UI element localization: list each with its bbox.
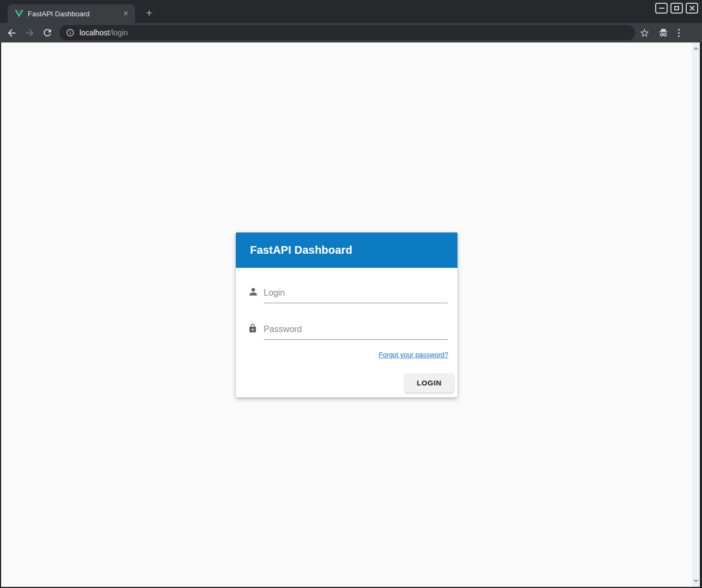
forgot-password-link[interactable]: Forgot your password? [379, 351, 448, 359]
info-icon[interactable] [66, 28, 75, 37]
lock-icon [248, 323, 259, 340]
maximize-button[interactable] [670, 3, 683, 14]
menu-kebab-icon[interactable] [677, 28, 681, 38]
login-card: FastAPI Dashboard Forgot your password? … [236, 232, 457, 397]
scroll-down-icon[interactable] [693, 580, 699, 583]
login-submit-button[interactable]: LOGIN [405, 373, 454, 393]
login-field-row [248, 286, 448, 303]
new-tab-button[interactable]: + [143, 7, 156, 20]
scroll-up-icon[interactable] [693, 47, 699, 50]
person-icon [248, 286, 259, 303]
window-controls [655, 3, 698, 14]
close-button[interactable] [686, 3, 698, 14]
minimize-button[interactable] [655, 3, 668, 14]
tab-strip: FastAPI Dashboard × + [0, 0, 702, 23]
incognito-icon [657, 27, 669, 39]
back-icon [6, 27, 17, 39]
back-button[interactable] [5, 26, 18, 39]
close-icon [689, 5, 695, 11]
minimize-icon [659, 8, 664, 9]
login-card-header: FastAPI Dashboard [236, 232, 457, 268]
card-title: FastAPI Dashboard [250, 244, 352, 256]
bookmark-star-icon[interactable] [639, 28, 650, 38]
password-input[interactable] [264, 322, 448, 340]
login-input[interactable] [264, 286, 448, 303]
tab-close-icon[interactable]: × [121, 9, 131, 19]
password-field-row [248, 322, 448, 340]
vue-favicon-icon [15, 10, 23, 17]
reload-button[interactable] [41, 26, 54, 39]
url-path: /login [109, 28, 127, 37]
tab-title: FastAPI Dashboard [28, 10, 121, 18]
browser-tab[interactable]: FastAPI Dashboard × [8, 4, 135, 23]
toolbar-right [639, 27, 681, 39]
forward-icon [24, 27, 35, 39]
maximize-icon [674, 6, 679, 10]
browser-toolbar: localhost/login [0, 23, 702, 42]
forward-button[interactable] [23, 26, 36, 39]
url-bar[interactable]: localhost/login [59, 25, 635, 40]
reload-icon [42, 27, 53, 38]
page-scrollbar[interactable] [692, 42, 700, 587]
page-viewport: FastAPI Dashboard Forgot your password? … [0, 42, 702, 588]
url-host: localhost [80, 28, 109, 37]
